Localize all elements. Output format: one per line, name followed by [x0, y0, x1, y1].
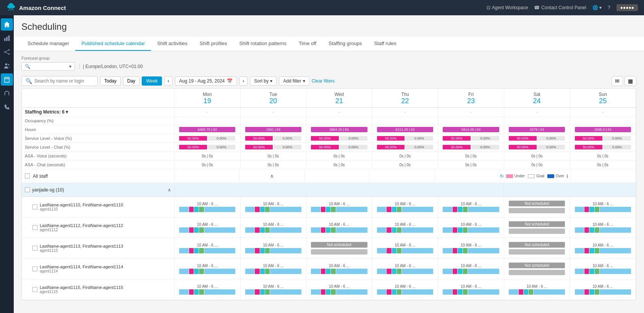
tab-shift-rotation[interactable]: Shift rotation patterns [233, 37, 293, 51]
sidebar-home[interactable] [1, 18, 13, 31]
sidebar-users[interactable] [1, 60, 13, 72]
tab-shift-profiles[interactable]: Shift profiles [194, 37, 233, 51]
sidebar-headset[interactable] [1, 87, 13, 99]
calendar-container[interactable]: Mon 19 Tue 20 Wed 21 Thu [21, 88, 636, 300]
sort-button[interactable]: Sort by ▾ [250, 76, 277, 86]
tabs: Schedule manager Published schedule cale… [14, 37, 644, 51]
agent-sched-cell[interactable]: 10 AM - 6 ... [241, 259, 307, 279]
group-collapse[interactable]: ∧ [168, 187, 171, 193]
agent-sched-cell[interactable]: 10 AM - 6 ... [241, 279, 307, 300]
agent-sched-cell[interactable]: 10 AM - 6 ... [306, 217, 372, 238]
block-blue-sm [575, 289, 584, 295]
agent-sched-cell[interactable]: 10 AM - 6 ... [438, 259, 504, 279]
agent-sched-cell[interactable]: Not scheduled [504, 217, 570, 238]
agent-sched-cell[interactable]: 10 AM - 6 ... [438, 217, 504, 238]
metrics-section-header[interactable]: Staffing Metrics: 6 ▾ [22, 108, 175, 116]
agent-sched-cell[interactable]: 10 AM - 6 ... [570, 197, 636, 217]
agent-sched-cell[interactable]: 10 AM - 6 ... [372, 259, 439, 279]
agent-sched-cell[interactable]: 10 AM - 6 ... [175, 217, 241, 238]
svg-point-5 [8, 54, 10, 55]
agent-sched-cell[interactable]: 10 AM - 6 ... [438, 279, 504, 300]
agent-sched-cell[interactable]: Not scheduled [504, 238, 570, 258]
sl-chat-sun: 50.00%0.00% [570, 143, 636, 151]
sidebar-charts[interactable] [1, 32, 13, 44]
grid-icon-btn[interactable]: ▦ [625, 76, 636, 86]
tab-time-off[interactable]: Time off [293, 37, 322, 51]
sidebar-phone[interactable] [1, 101, 13, 113]
agent-sched-cell[interactable]: 10 AM - 6 ... [175, 238, 241, 258]
agent-sched-cell[interactable]: 10 AM - 6 ... [570, 217, 636, 238]
agent-checkbox-4[interactable] [32, 287, 37, 292]
day-button[interactable]: Day [123, 76, 139, 86]
agent-sched-cell[interactable]: 10 AM - 6 ... [438, 197, 504, 217]
block-pink [387, 289, 391, 295]
mon-num: 19 [176, 97, 239, 105]
agent-sched-cell[interactable]: 10 AM - 6 ... [570, 238, 636, 258]
tab-shift-activities[interactable]: Shift activities [151, 37, 193, 51]
tab-published-schedule[interactable]: Published schedule calendar [75, 37, 151, 51]
envelope-icon-btn[interactable]: ✉ [612, 76, 623, 86]
week-button[interactable]: Week [142, 76, 162, 86]
tab-staffing-groups[interactable]: Staffing groups [322, 37, 368, 51]
agent-sched-cell[interactable]: 10 AM - 6 ... [175, 279, 241, 300]
agent-sched-cell[interactable]: 10 AM - 6 ... [504, 279, 570, 300]
agent-sched-cell[interactable]: 10 AM - 6 ... [241, 197, 307, 217]
shift-blocks [443, 227, 499, 233]
agent-sched-cell[interactable]: 10 AM - 6 ... [306, 259, 372, 279]
agent-sched-cell[interactable]: 10 AM - 6 ... [241, 238, 307, 258]
tab-staff-rules[interactable]: Staff rules [368, 37, 402, 51]
collapse-chevron[interactable]: ∧ [270, 173, 274, 179]
group-header-row: yanjade-sg (10) ∧ [22, 183, 636, 197]
next-arrow[interactable]: › [239, 76, 248, 86]
search-input[interactable] [34, 78, 92, 84]
agent-sched-cell[interactable]: 10 AM - 6 ... [241, 217, 307, 238]
block-pink [321, 207, 325, 212]
agent-sched-cell[interactable]: 10 AM - 6 ... [372, 217, 439, 238]
block-pink [189, 207, 194, 212]
agent-sched-cell[interactable]: Not scheduled [504, 259, 570, 279]
sort-label: Sort by [254, 78, 269, 84]
asa-voice-thu: 0s | 0s [372, 152, 439, 160]
search-box[interactable]: 🔍 [21, 76, 98, 86]
help-btn[interactable]: ? [608, 5, 610, 10]
agent-sched-cell[interactable]: 10 AM - 6 ... [372, 197, 439, 217]
agent-sched-cell[interactable]: 10 AM - 6 ... [372, 279, 439, 300]
agent-sched-cell[interactable]: 10 AM - 6 ... [306, 197, 372, 217]
all-staff-checkbox[interactable] [25, 174, 30, 178]
globe-btn[interactable]: 🌐 ▾ [592, 5, 602, 10]
contact-control-btn[interactable]: ☎ Contact Control Panel [534, 5, 586, 10]
agent-sched-cell[interactable]: 10 AM - 6 ... [306, 279, 372, 300]
block-blue-lg [468, 269, 499, 274]
clear-filters-button[interactable]: Clear filters [312, 78, 335, 84]
block-teal [392, 248, 396, 253]
block-pink [519, 289, 523, 295]
agent-sched-cell[interactable]: 10 AM - 6 ... [175, 259, 241, 279]
agent-sched-cell[interactable]: Not scheduled [504, 197, 570, 217]
agent-sched-cell[interactable]: 10 AM - 6 ... [570, 279, 636, 300]
agent-checkbox-3[interactable] [32, 266, 37, 271]
agent-sched-cell[interactable]: 10 AM - 6 ... [372, 238, 439, 258]
today-button[interactable]: Today [100, 76, 121, 86]
sidebar-scheduling[interactable] [1, 73, 13, 86]
block-blue-sm [245, 289, 255, 295]
add-filter-button[interactable]: Add filter ▾ [279, 76, 309, 86]
tab-schedule-manager[interactable]: Schedule manager [21, 37, 75, 51]
agent-checkbox-0[interactable] [32, 204, 37, 209]
refresh-icon[interactable]: ↻ [500, 174, 504, 179]
agent-sched-cell[interactable]: 10 AM - 6 ... [175, 197, 241, 217]
block-pink [584, 289, 589, 295]
forecast-select[interactable]: 🔍 ▾ [21, 62, 75, 71]
group-checkbox[interactable] [25, 187, 30, 192]
block-green [595, 207, 599, 212]
shift-label: 10 AM - 6 ... [263, 243, 283, 247]
agent-sched-cell[interactable]: Not scheduled [306, 238, 372, 258]
agent-sched-cell[interactable]: 10 AM - 6 ... [570, 259, 636, 279]
agent-checkbox-2[interactable] [32, 246, 37, 251]
prev-arrow[interactable]: ‹ [164, 76, 173, 86]
agent-sched-cell[interactable]: 10 AM - 6 ... [438, 238, 504, 258]
agent-checkbox-1[interactable] [32, 225, 37, 230]
metrics-header-sun: - [570, 108, 636, 116]
agent-workspace-btn[interactable]: ⊡ Agent Workspace [487, 5, 528, 10]
sidebar-routing[interactable] [1, 46, 13, 58]
user-btn[interactable]: ●●●●● [616, 4, 638, 11]
